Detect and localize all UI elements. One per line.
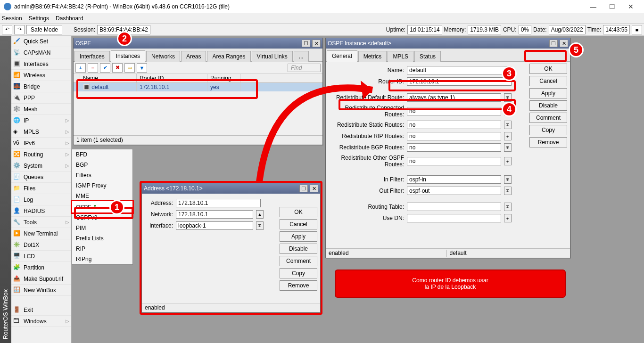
inst-comment-button[interactable]: Comment (529, 113, 567, 123)
sidebar-item-partition[interactable]: 🧩Partition (11, 262, 71, 273)
ospf-close-icon[interactable]: ✕ (312, 40, 321, 47)
comment-button[interactable]: ▭ (124, 63, 135, 73)
inst-routing-table-input[interactable] (407, 203, 501, 211)
disable-button[interactable]: ✖ (112, 63, 123, 73)
addr-disable-button[interactable]: Disable (280, 244, 317, 254)
ospf-tab-networks[interactable]: Networks (146, 51, 180, 62)
ospf-window-header[interactable]: OSPF ☐ ✕ (74, 38, 322, 49)
addr-interface-input[interactable]: loopback-1 (176, 221, 253, 230)
dropdown-icon[interactable]: ∓ (504, 187, 512, 195)
menu-dashboard[interactable]: Dashboard (56, 15, 83, 22)
ospf-min-icon[interactable]: ☐ (302, 40, 310, 47)
dropdown-icon[interactable]: ∓ (504, 93, 512, 102)
addr-address-input[interactable]: 172.18.10.1 (176, 199, 261, 207)
submenu-item-igmp-proxy[interactable]: IGMP Proxy (72, 180, 132, 191)
inst-outfilter-input[interactable]: ospf-out (407, 187, 501, 195)
ospf-tab-area ranges[interactable]: Area Ranges (207, 51, 250, 62)
remove-button[interactable]: − (88, 63, 98, 73)
dropdown-icon[interactable]: ∓ (504, 143, 512, 152)
addr-comment-button[interactable]: Comment (280, 256, 317, 266)
sidebar-item-queues[interactable]: 🧾Queues (11, 172, 71, 183)
sidebar-item-ipv6[interactable]: v6IPv6▷ (11, 138, 71, 149)
inst-redist-default-input[interactable]: always (as type 1) (407, 93, 501, 102)
sidebar-item-routing[interactable]: 🔀Routing▷ (11, 149, 71, 160)
sidebar-item-new-terminal[interactable]: ▶️New Terminal (11, 228, 71, 239)
sidebar-item-radius[interactable]: 👤RADIUS (11, 205, 71, 217)
inst-usedn-input[interactable] (407, 214, 501, 222)
submenu-item-ospfv3[interactable]: OSPFv3 (72, 212, 132, 223)
ospf-tab-virtual links[interactable]: Virtual Links (252, 51, 293, 62)
inst-cancel-button[interactable]: Cancel (529, 76, 567, 86)
addr-ok-button[interactable]: OK (280, 207, 317, 217)
inst-name-input[interactable]: default (407, 66, 512, 74)
addr-apply-button[interactable]: Apply (280, 231, 317, 242)
undo-button[interactable]: ↶ (2, 25, 12, 34)
submenu-item-ripng[interactable]: RIPng (72, 254, 132, 264)
up-arrow-icon[interactable]: ▲ (256, 210, 264, 219)
sidebar-item-quick-set[interactable]: 🖌️Quick Set (11, 36, 71, 47)
sidebar-item-dot1x[interactable]: ✳️Dot1X (11, 239, 71, 251)
dropdown-icon[interactable]: ∓ (504, 121, 512, 129)
inst-redist-bgp-input[interactable]: no (407, 143, 501, 152)
sidebar-item-wireless[interactable]: 📶Wireless (11, 70, 71, 81)
sidebar-item-exit[interactable]: 🚪Exit (11, 304, 71, 316)
dropdown-icon[interactable]: ∓ (504, 175, 512, 184)
inst-infilter-input[interactable]: ospf-in (407, 175, 501, 184)
enable-button[interactable]: ✔ (100, 63, 110, 73)
submenu-item-prefix-lists[interactable]: Prefix Lists (72, 233, 132, 244)
addr-min-icon[interactable]: ☐ (299, 185, 308, 192)
safe-mode-button[interactable]: Safe Mode (26, 25, 62, 34)
inst-redist-conn-input[interactable]: no (407, 107, 501, 115)
col-running[interactable]: Running (207, 74, 240, 82)
submenu-item-rip[interactable]: RIP (72, 244, 132, 254)
submenu-item-filters[interactable]: Filters (72, 170, 132, 180)
inst-min-icon[interactable]: ☐ (549, 40, 558, 47)
instance-tab-metrics[interactable]: Metrics (358, 51, 387, 62)
maximize-button[interactable]: ☐ (603, 3, 621, 10)
sidebar-item-lcd[interactable]: 🖥️LCD (11, 251, 71, 262)
ospf-instance-row[interactable]: 🔳 default 172.18.10.1 yes (74, 83, 322, 91)
sidebar-item-ip[interactable]: 🌐IP▷ (11, 115, 71, 126)
instance-window-header[interactable]: OSPF Instance <default> ☐ ✕ (326, 38, 570, 49)
addr-close-icon[interactable]: ✕ (310, 185, 318, 192)
sidebar-item-windows[interactable]: 🗔Windows▷ (11, 316, 71, 327)
inst-redist-rip-input[interactable]: no (407, 132, 501, 140)
sidebar-item-tools[interactable]: 🔧Tools▷ (11, 217, 71, 228)
inst-remove-button[interactable]: Remove (529, 137, 567, 147)
submenu-item-mme[interactable]: MME (72, 191, 132, 201)
inst-disable-button[interactable]: Disable (529, 100, 567, 111)
sidebar-item-log[interactable]: 📄Log (11, 194, 71, 205)
instance-tab-status[interactable]: Status (414, 51, 441, 62)
ospf-tab-areas[interactable]: Areas (181, 51, 206, 62)
inst-routerid-input[interactable]: 172.18.10.1 (407, 77, 512, 86)
sidebar-item-system[interactable]: ⚙️System▷ (11, 160, 71, 172)
minimize-button[interactable]: — (584, 3, 603, 10)
address-window-header[interactable]: Address <172.18.10.1> ☐ ✕ (142, 183, 320, 194)
find-input[interactable]: Find (288, 64, 321, 72)
ospf-tab-instances[interactable]: Instances (111, 50, 145, 62)
dropdown-icon[interactable]: ∓ (504, 203, 512, 211)
col-router-id[interactable]: Router ID (137, 74, 207, 82)
sidebar-item-interfaces[interactable]: 🔳Interfaces (11, 58, 71, 70)
filter-button[interactable]: ▼ (137, 63, 147, 73)
inst-ok-button[interactable]: OK (529, 64, 567, 74)
dropdown-icon[interactable]: ∓ (256, 221, 264, 230)
dropdown-icon[interactable]: ∓ (504, 132, 512, 140)
inst-redist-static-input[interactable]: no (407, 121, 501, 129)
sidebar-item-files[interactable]: 📁Files (11, 183, 71, 194)
close-button[interactable]: ✕ (621, 3, 640, 10)
sidebar-item-make-supout.rif[interactable]: 📤Make Supout.rif (11, 273, 71, 285)
add-button[interactable]: + (75, 63, 86, 73)
sidebar-item-capsman[interactable]: 📡CAPsMAN (11, 47, 71, 58)
redo-button[interactable]: ↷ (14, 25, 25, 34)
menu-session[interactable]: Session (2, 15, 22, 22)
addr-copy-button[interactable]: Copy (280, 268, 317, 278)
addr-remove-button[interactable]: Remove (280, 280, 317, 291)
ospf-tab-interfaces[interactable]: Interfaces (74, 51, 110, 62)
hide-button[interactable]: ■ (632, 25, 642, 34)
sidebar-item-bridge[interactable]: 🌉Bridge (11, 81, 71, 92)
addr-cancel-button[interactable]: Cancel (280, 219, 317, 229)
ospf-tab-...[interactable]: ... (294, 51, 309, 62)
instance-tab-mpls[interactable]: MPLS (388, 51, 413, 62)
dropdown-icon[interactable]: ∓ (504, 157, 512, 165)
